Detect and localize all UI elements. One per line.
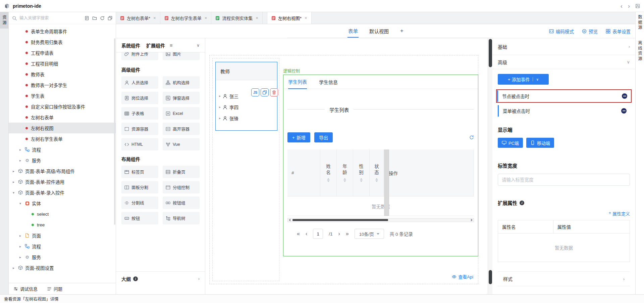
student-tab[interactable]: 学生信息 — [319, 75, 338, 89]
section-basic[interactable]: 基础 › — [492, 38, 635, 55]
remove-event-icon[interactable] — [621, 108, 627, 114]
palette-item[interactable]: 导航树 — [163, 212, 200, 224]
expand-arrow-icon[interactable]: ▸ — [13, 266, 17, 270]
document-tab[interactable]: 流程实例实体集 × — [211, 12, 263, 24]
history-forward-icon[interactable]: › — [628, 3, 630, 9]
expand-arrow-icon[interactable]: ▸ — [13, 180, 17, 184]
expand-arrow-icon[interactable]: ▾ — [19, 202, 24, 205]
palette-item[interactable]: 子表格 — [121, 107, 158, 120]
copy-button[interactable] — [261, 88, 269, 96]
chevron-right-icon[interactable]: › — [198, 276, 200, 281]
expand-arrow-icon[interactable]: ▸ — [219, 116, 221, 120]
tree-item[interactable]: select — [9, 209, 116, 219]
expand-arrow-icon[interactable]: ▸ — [19, 159, 24, 162]
outline-section[interactable]: 大纲 i › — [116, 271, 205, 286]
rail-tab-offline-resources[interactable]: 离线资源 — [637, 41, 643, 61]
tree-node[interactable]: ▸ 李四 — [216, 101, 277, 113]
js-script-button[interactable]: JS — [251, 88, 259, 96]
event-item[interactable]: 菜单被点击时 — [498, 105, 630, 117]
refresh-table-icon[interactable] — [469, 135, 474, 140]
new-doc-icon[interactable] — [85, 16, 89, 20]
tree-item[interactable]: ▾页面-表单-录入控件 — [9, 187, 116, 198]
tree-item[interactable]: 教师表一对多学生 — [9, 80, 116, 90]
teacher-tree-widget[interactable]: 教师 ▸ 张三 ▸ 李四 ▸ 张锋 JS — [215, 62, 277, 131]
property-define-link[interactable]: + 属性定义 — [608, 210, 630, 217]
duplicate-icon[interactable] — [108, 16, 112, 20]
rail-tab-resources[interactable]: 资源 — [0, 12, 8, 29]
palette-item[interactable]: 弹窗选择 — [163, 92, 200, 104]
chevron-down-icon[interactable]: ∨ — [197, 43, 200, 48]
menu-icon[interactable]: ≡ — [170, 42, 173, 48]
close-icon[interactable]: × — [153, 15, 156, 20]
expand-arrow-icon[interactable]: ▸ — [19, 234, 24, 237]
close-icon[interactable]: × — [305, 15, 307, 20]
search-input[interactable] — [19, 16, 82, 20]
tree-item[interactable]: 表单生命周期事件 — [9, 26, 116, 37]
first-page-button[interactable]: « — [297, 231, 300, 237]
document-tab[interactable]: 左树右表单* × — [116, 12, 160, 24]
scroll-right-icon[interactable] — [471, 219, 473, 221]
sort-icon[interactable] — [343, 178, 346, 182]
expand-arrow-icon[interactable]: ▸ — [19, 245, 24, 248]
tree-item[interactable]: 左树右学生表单 — [9, 133, 116, 144]
expand-arrow-icon[interactable]: ▸ — [219, 105, 221, 109]
page-size-select[interactable]: 10条/页 — [355, 229, 384, 239]
view-api-link[interactable]: 查看Api — [452, 273, 473, 280]
tree-item[interactable]: ▾实体 — [9, 198, 116, 209]
tree-item[interactable]: ▸流程 — [9, 144, 116, 155]
palette-item[interactable]: 岗位选择 — [121, 92, 158, 104]
palette-tab-extension[interactable]: 扩展组件 — [146, 42, 165, 49]
palette-item[interactable]: 机构选择 — [163, 76, 200, 89]
view-tab[interactable]: 默认视图 — [369, 24, 389, 38]
refresh-icon[interactable] — [100, 16, 105, 20]
palette-item[interactable]: 附件上传 — [121, 52, 158, 60]
save-icon[interactable] — [635, 4, 640, 8]
code-mode-button[interactable]: 编码模式 — [549, 28, 574, 35]
tree-item[interactable]: ▸页面 — [9, 230, 116, 241]
expand-arrow-icon[interactable]: ▸ — [13, 169, 17, 173]
add-view-button[interactable]: + — [399, 24, 404, 38]
expand-arrow-icon[interactable]: ▸ — [19, 255, 24, 259]
palette-item[interactable]: 分割线 — [121, 197, 158, 209]
palette-item[interactable]: 面板分割 — [121, 181, 158, 193]
palette-item[interactable]: 资源容器 — [121, 123, 158, 135]
add-row-button[interactable]: + 新增 — [287, 132, 310, 142]
table-column-header[interactable]: 性别 — [353, 149, 370, 197]
student-view-widget[interactable]: 学生列表学生信息 学生列表 + 新增 导出 — [283, 75, 478, 256]
event-item[interactable]: 节点被点击时 — [497, 90, 631, 102]
table-column-header[interactable]: 姓名 — [320, 149, 337, 197]
tree-item[interactable]: ▸⚙服务 — [9, 252, 116, 262]
sort-icon[interactable] — [360, 178, 363, 182]
palette-item[interactable]: HTML — [121, 138, 158, 150]
tree-item[interactable]: ▸页面-视图设置 — [9, 262, 116, 273]
tree-item[interactable]: 左树右表单 — [9, 112, 116, 123]
tree-item[interactable]: 财务费用归集表 — [9, 37, 116, 47]
tree-item[interactable]: 学生表 — [9, 90, 116, 101]
student-tab[interactable]: 学生列表 — [288, 75, 307, 89]
expand-arrow-icon[interactable]: ▸ — [219, 94, 221, 98]
rail-tab-datasource[interactable]: 数据源 — [637, 15, 643, 31]
preview-button[interactable]: 预览 — [582, 28, 598, 35]
prev-page-button[interactable]: ‹ — [306, 231, 307, 237]
palette-tab-system[interactable]: 系统组件 — [121, 42, 140, 49]
remove-event-icon[interactable] — [622, 93, 627, 99]
document-tab[interactable]: 左树右视图* × — [267, 12, 312, 24]
palette-item[interactable]: 高开容器 — [163, 123, 200, 135]
history-back-icon[interactable]: ‹ — [621, 3, 623, 9]
palette-item[interactable]: 按钮组 — [163, 197, 200, 209]
palette-item[interactable]: Excel — [163, 107, 200, 120]
view-tab[interactable]: 表单 — [347, 24, 359, 38]
issues-tab[interactable]: 问题 — [47, 286, 62, 292]
scrollbar-thumb[interactable] — [292, 219, 388, 221]
tree-item[interactable]: 教师表 — [9, 69, 116, 80]
tree-item[interactable]: 自定义窗口操作按钮及事件 — [9, 101, 116, 112]
tree-item[interactable]: 左树右视图 — [9, 123, 116, 133]
tree-item[interactable]: ▸页面-表单-控件通用 — [9, 176, 116, 187]
tree-item[interactable]: ▸页面-表单-高级/布局组件 — [9, 166, 116, 176]
current-page[interactable]: 1 — [313, 229, 323, 239]
document-tab[interactable]: 左树右学生表单 × — [160, 12, 212, 24]
horizontal-scrollbar[interactable] — [287, 218, 474, 222]
form-settings-button[interactable]: 表单设置 — [606, 28, 631, 35]
tree-item[interactable]: 工程申请表 — [9, 47, 116, 58]
export-button[interactable]: 导出 — [314, 132, 333, 142]
